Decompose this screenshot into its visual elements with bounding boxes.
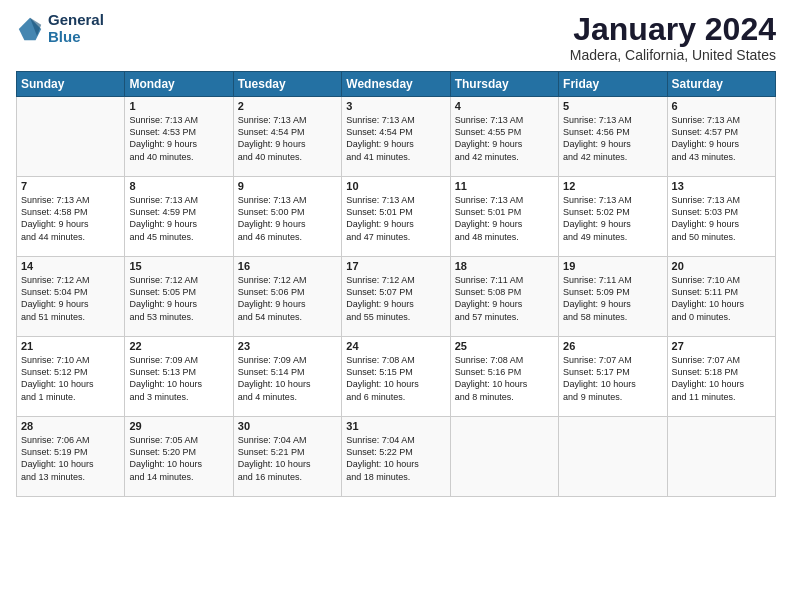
calendar-cell: 11Sunrise: 7:13 AM Sunset: 5:01 PM Dayli… xyxy=(450,177,558,257)
calendar-cell: 30Sunrise: 7:04 AM Sunset: 5:21 PM Dayli… xyxy=(233,417,341,497)
header-friday: Friday xyxy=(559,72,667,97)
day-content: Sunrise: 7:13 AM Sunset: 5:01 PM Dayligh… xyxy=(455,194,554,243)
day-number: 3 xyxy=(346,100,445,112)
day-content: Sunrise: 7:13 AM Sunset: 4:57 PM Dayligh… xyxy=(672,114,771,163)
calendar-cell: 18Sunrise: 7:11 AM Sunset: 5:08 PM Dayli… xyxy=(450,257,558,337)
calendar-cell: 27Sunrise: 7:07 AM Sunset: 5:18 PM Dayli… xyxy=(667,337,775,417)
calendar-cell: 7Sunrise: 7:13 AM Sunset: 4:58 PM Daylig… xyxy=(17,177,125,257)
calendar-cell: 29Sunrise: 7:05 AM Sunset: 5:20 PM Dayli… xyxy=(125,417,233,497)
day-number: 10 xyxy=(346,180,445,192)
day-number: 22 xyxy=(129,340,228,352)
day-content: Sunrise: 7:09 AM Sunset: 5:14 PM Dayligh… xyxy=(238,354,337,403)
day-number: 19 xyxy=(563,260,662,272)
calendar-week-4: 21Sunrise: 7:10 AM Sunset: 5:12 PM Dayli… xyxy=(17,337,776,417)
calendar-cell: 13Sunrise: 7:13 AM Sunset: 5:03 PM Dayli… xyxy=(667,177,775,257)
day-number: 1 xyxy=(129,100,228,112)
day-content: Sunrise: 7:11 AM Sunset: 5:08 PM Dayligh… xyxy=(455,274,554,323)
calendar-cell xyxy=(450,417,558,497)
calendar-cell: 1Sunrise: 7:13 AM Sunset: 4:53 PM Daylig… xyxy=(125,97,233,177)
day-number: 29 xyxy=(129,420,228,432)
calendar-cell: 26Sunrise: 7:07 AM Sunset: 5:17 PM Dayli… xyxy=(559,337,667,417)
day-content: Sunrise: 7:08 AM Sunset: 5:15 PM Dayligh… xyxy=(346,354,445,403)
day-content: Sunrise: 7:08 AM Sunset: 5:16 PM Dayligh… xyxy=(455,354,554,403)
day-number: 9 xyxy=(238,180,337,192)
calendar-cell: 21Sunrise: 7:10 AM Sunset: 5:12 PM Dayli… xyxy=(17,337,125,417)
logo-text: General Blue xyxy=(48,12,104,45)
calendar-week-3: 14Sunrise: 7:12 AM Sunset: 5:04 PM Dayli… xyxy=(17,257,776,337)
calendar-cell: 5Sunrise: 7:13 AM Sunset: 4:56 PM Daylig… xyxy=(559,97,667,177)
calendar-cell: 25Sunrise: 7:08 AM Sunset: 5:16 PM Dayli… xyxy=(450,337,558,417)
day-number: 30 xyxy=(238,420,337,432)
calendar-week-2: 7Sunrise: 7:13 AM Sunset: 4:58 PM Daylig… xyxy=(17,177,776,257)
day-number: 4 xyxy=(455,100,554,112)
page-container: General Blue January 2024 Madera, Califo… xyxy=(0,0,792,505)
calendar-table: SundayMondayTuesdayWednesdayThursdayFrid… xyxy=(16,71,776,497)
day-content: Sunrise: 7:13 AM Sunset: 4:55 PM Dayligh… xyxy=(455,114,554,163)
month-year-title: January 2024 xyxy=(570,12,776,47)
day-content: Sunrise: 7:12 AM Sunset: 5:06 PM Dayligh… xyxy=(238,274,337,323)
day-number: 11 xyxy=(455,180,554,192)
page-header: General Blue January 2024 Madera, Califo… xyxy=(16,12,776,63)
calendar-cell: 15Sunrise: 7:12 AM Sunset: 5:05 PM Dayli… xyxy=(125,257,233,337)
calendar-cell: 31Sunrise: 7:04 AM Sunset: 5:22 PM Dayli… xyxy=(342,417,450,497)
logo-icon xyxy=(16,15,44,43)
calendar-cell: 4Sunrise: 7:13 AM Sunset: 4:55 PM Daylig… xyxy=(450,97,558,177)
day-number: 12 xyxy=(563,180,662,192)
day-number: 8 xyxy=(129,180,228,192)
day-number: 15 xyxy=(129,260,228,272)
day-content: Sunrise: 7:13 AM Sunset: 4:54 PM Dayligh… xyxy=(238,114,337,163)
day-number: 25 xyxy=(455,340,554,352)
day-content: Sunrise: 7:12 AM Sunset: 5:05 PM Dayligh… xyxy=(129,274,228,323)
day-content: Sunrise: 7:09 AM Sunset: 5:13 PM Dayligh… xyxy=(129,354,228,403)
day-content: Sunrise: 7:13 AM Sunset: 5:00 PM Dayligh… xyxy=(238,194,337,243)
day-content: Sunrise: 7:13 AM Sunset: 4:58 PM Dayligh… xyxy=(21,194,120,243)
day-number: 21 xyxy=(21,340,120,352)
day-number: 23 xyxy=(238,340,337,352)
day-number: 16 xyxy=(238,260,337,272)
calendar-cell: 16Sunrise: 7:12 AM Sunset: 5:06 PM Dayli… xyxy=(233,257,341,337)
calendar-cell: 9Sunrise: 7:13 AM Sunset: 5:00 PM Daylig… xyxy=(233,177,341,257)
day-content: Sunrise: 7:12 AM Sunset: 5:04 PM Dayligh… xyxy=(21,274,120,323)
header-monday: Monday xyxy=(125,72,233,97)
header-sunday: Sunday xyxy=(17,72,125,97)
day-content: Sunrise: 7:13 AM Sunset: 4:54 PM Dayligh… xyxy=(346,114,445,163)
day-content: Sunrise: 7:07 AM Sunset: 5:18 PM Dayligh… xyxy=(672,354,771,403)
day-content: Sunrise: 7:06 AM Sunset: 5:19 PM Dayligh… xyxy=(21,434,120,483)
calendar-cell: 8Sunrise: 7:13 AM Sunset: 4:59 PM Daylig… xyxy=(125,177,233,257)
day-content: Sunrise: 7:07 AM Sunset: 5:17 PM Dayligh… xyxy=(563,354,662,403)
day-content: Sunrise: 7:04 AM Sunset: 5:22 PM Dayligh… xyxy=(346,434,445,483)
day-number: 14 xyxy=(21,260,120,272)
day-number: 28 xyxy=(21,420,120,432)
header-tuesday: Tuesday xyxy=(233,72,341,97)
day-content: Sunrise: 7:04 AM Sunset: 5:21 PM Dayligh… xyxy=(238,434,337,483)
calendar-cell: 24Sunrise: 7:08 AM Sunset: 5:15 PM Dayli… xyxy=(342,337,450,417)
day-content: Sunrise: 7:13 AM Sunset: 4:59 PM Dayligh… xyxy=(129,194,228,243)
calendar-cell: 22Sunrise: 7:09 AM Sunset: 5:13 PM Dayli… xyxy=(125,337,233,417)
calendar-cell: 10Sunrise: 7:13 AM Sunset: 5:01 PM Dayli… xyxy=(342,177,450,257)
calendar-cell: 14Sunrise: 7:12 AM Sunset: 5:04 PM Dayli… xyxy=(17,257,125,337)
day-content: Sunrise: 7:13 AM Sunset: 5:03 PM Dayligh… xyxy=(672,194,771,243)
calendar-week-5: 28Sunrise: 7:06 AM Sunset: 5:19 PM Dayli… xyxy=(17,417,776,497)
day-content: Sunrise: 7:13 AM Sunset: 4:56 PM Dayligh… xyxy=(563,114,662,163)
day-content: Sunrise: 7:13 AM Sunset: 4:53 PM Dayligh… xyxy=(129,114,228,163)
day-content: Sunrise: 7:10 AM Sunset: 5:12 PM Dayligh… xyxy=(21,354,120,403)
calendar-cell: 23Sunrise: 7:09 AM Sunset: 5:14 PM Dayli… xyxy=(233,337,341,417)
calendar-cell xyxy=(559,417,667,497)
title-block: January 2024 Madera, California, United … xyxy=(570,12,776,63)
calendar-cell: 3Sunrise: 7:13 AM Sunset: 4:54 PM Daylig… xyxy=(342,97,450,177)
calendar-cell xyxy=(17,97,125,177)
calendar-cell: 20Sunrise: 7:10 AM Sunset: 5:11 PM Dayli… xyxy=(667,257,775,337)
day-number: 31 xyxy=(346,420,445,432)
day-number: 5 xyxy=(563,100,662,112)
calendar-cell: 6Sunrise: 7:13 AM Sunset: 4:57 PM Daylig… xyxy=(667,97,775,177)
day-number: 27 xyxy=(672,340,771,352)
day-number: 7 xyxy=(21,180,120,192)
day-number: 24 xyxy=(346,340,445,352)
day-number: 13 xyxy=(672,180,771,192)
calendar-cell: 19Sunrise: 7:11 AM Sunset: 5:09 PM Dayli… xyxy=(559,257,667,337)
day-content: Sunrise: 7:12 AM Sunset: 5:07 PM Dayligh… xyxy=(346,274,445,323)
location-subtitle: Madera, California, United States xyxy=(570,47,776,63)
calendar-week-1: 1Sunrise: 7:13 AM Sunset: 4:53 PM Daylig… xyxy=(17,97,776,177)
day-content: Sunrise: 7:13 AM Sunset: 5:02 PM Dayligh… xyxy=(563,194,662,243)
day-number: 6 xyxy=(672,100,771,112)
